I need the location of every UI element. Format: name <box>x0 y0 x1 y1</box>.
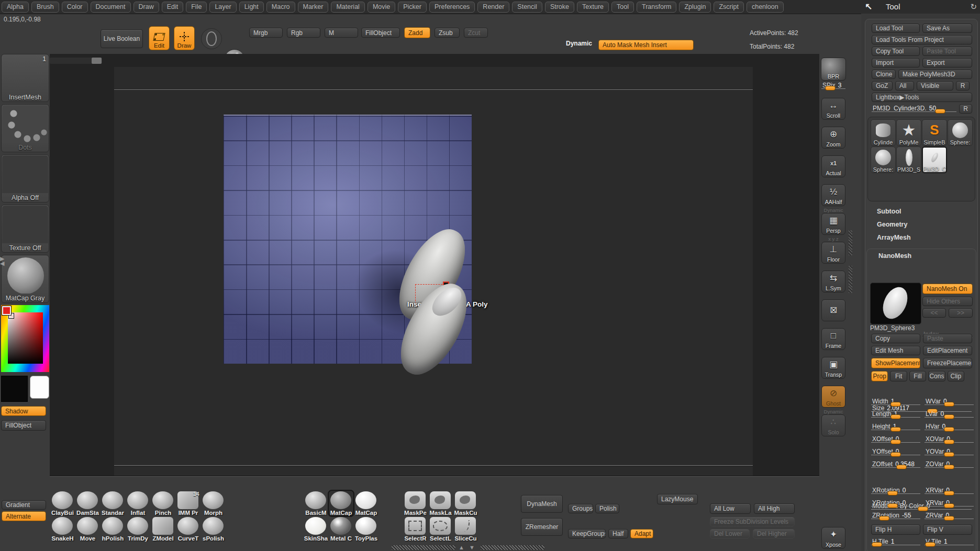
rotation-slider[interactable]: XRotation0 <box>871 487 920 496</box>
menu-item[interactable]: Brush <box>31 2 59 13</box>
nanomesh-slider[interactable]: YOVar0 <box>925 448 974 457</box>
prev-nano-button[interactable]: << <box>922 308 946 318</box>
load-tool-button[interactable]: Load Tool <box>872 24 920 33</box>
mask-brush-thumbnail[interactable]: SelectR <box>403 516 428 542</box>
shelf-tile[interactable]: ⊠ <box>821 299 845 321</box>
menu-item[interactable]: Render <box>477 2 509 13</box>
menu-item[interactable]: chenloon <box>747 2 784 13</box>
material-thumbnail[interactable]: BasicM <box>304 491 328 516</box>
tray-slot[interactable]: Texture Off <box>1 205 49 253</box>
color-picker[interactable] <box>1 305 49 372</box>
adapt-button[interactable]: Adapt <box>630 529 653 538</box>
rotation-slider[interactable]: YRotation0 <box>871 499 920 508</box>
tray-slot[interactable]: 1 InsertMesh <box>1 54 49 102</box>
mask-brush-thumbnail[interactable]: MaskCu <box>453 491 478 516</box>
mask-brush-thumbnail[interactable]: MaskLa <box>428 491 453 516</box>
bpr-button[interactable]: BPR <box>821 58 846 81</box>
all-low-button[interactable]: All Low <box>710 503 751 514</box>
material-thumbnail[interactable]: SkinSha <box>304 516 328 542</box>
show-placement-button[interactable]: ShowPlacement <box>871 358 920 368</box>
tray-slot[interactable]: Dots <box>1 104 49 152</box>
shelf-tile[interactable]: ⇆ L.Sym <box>821 271 845 293</box>
shelf-collapse-arrow[interactable]: ▼ <box>469 544 475 550</box>
menu-item[interactable]: Material <box>331 2 364 13</box>
shelf-tile[interactable]: □ Frame <box>821 328 845 350</box>
tray-scrollbar[interactable] <box>50 58 102 64</box>
dynamesh-button[interactable]: DynaMesh <box>521 495 563 513</box>
brush-thumbnail[interactable]: SnakeH <box>50 516 75 542</box>
shelf-tile[interactable]: ▣ Transp <box>821 357 845 379</box>
material-thumbnail[interactable]: MatCap <box>354 491 378 516</box>
del-higher-button[interactable]: Del Higher <box>753 529 795 538</box>
rotation-slider[interactable]: YRVar0 <box>925 499 974 508</box>
mask-brush-thumbnail[interactable]: SelectL <box>428 516 453 542</box>
main-color-swatch[interactable] <box>1 376 28 402</box>
divider-close-arrow[interactable]: ◀ <box>0 260 4 267</box>
shelf-tile[interactable]: ⊥ Floor <box>821 242 845 264</box>
palette-section-header[interactable]: Geometry <box>865 221 977 228</box>
menu-item[interactable]: Tool <box>611 2 634 13</box>
nanomesh-slider[interactable]: Width1 <box>871 398 920 407</box>
menu-item[interactable]: Layer <box>209 2 236 13</box>
fillobject-button[interactable]: FillObject <box>361 28 400 38</box>
nanomesh-slider[interactable]: Height1 <box>871 423 920 432</box>
brush-thumbnail[interactable]: TrimDy <box>126 516 150 542</box>
dynamic-label[interactable]: Dynamic <box>566 40 592 47</box>
current-color-swatch[interactable] <box>2 306 11 315</box>
nanomesh-thumbnail[interactable] <box>870 283 921 324</box>
nanomesh-header[interactable]: NanoMesh <box>867 252 976 260</box>
menu-item[interactable]: Texture <box>577 2 609 13</box>
groups-button[interactable]: Groups <box>568 504 593 513</box>
tool-thumbnail[interactable]: Sphere: <box>948 119 973 146</box>
spix-slider[interactable]: SPix3 <box>821 82 845 91</box>
shelf-expand-arrow[interactable]: ▲ <box>459 544 464 550</box>
brush-thumbnail[interactable]: Inflat <box>126 491 150 516</box>
xpose-button[interactable]: ✦ Xpose <box>821 527 845 549</box>
menu-item[interactable]: File <box>186 2 207 13</box>
export-button[interactable]: Export <box>922 58 972 68</box>
import-button[interactable]: Import <box>872 58 920 68</box>
zremesher-button[interactable]: ZRemesher <box>521 518 563 536</box>
tool-thumbnail[interactable]: PM3D_C <box>922 147 947 173</box>
brush-thumbnail[interactable]: 14 IMM Pr <box>176 491 201 516</box>
menu-item[interactable]: Stencil <box>512 2 542 13</box>
r-button[interactable]: R <box>956 81 970 91</box>
menu-item[interactable]: Stroke <box>545 2 574 13</box>
menu-item[interactable]: Marker <box>298 2 329 13</box>
tool-thumbnail[interactable]: SimpleB <box>922 119 947 146</box>
tile-slider[interactable]: V Tile1 <box>925 538 974 547</box>
shelf-divider-strip[interactable] <box>392 545 455 550</box>
menu-item[interactable]: Draw <box>133 2 159 13</box>
goz-button[interactable]: GoZ <box>872 81 893 91</box>
menu-item[interactable]: Color <box>62 2 88 13</box>
nanomesh-slider[interactable]: Length1 <box>871 410 920 419</box>
rgb-button[interactable]: Rgb <box>287 28 320 38</box>
brush-thumbnail[interactable]: DamSta <box>75 491 100 516</box>
tool-thumbnail[interactable]: PolyMe <box>896 119 921 146</box>
m-button[interactable]: M <box>325 28 358 38</box>
del-lower-button[interactable]: Del Lower <box>710 529 750 538</box>
material-thumbnail[interactable]: MatCap <box>329 491 353 516</box>
flip-h-button[interactable]: Flip H <box>871 524 920 535</box>
brush-thumbnail[interactable]: sPolish <box>201 516 226 542</box>
half-button[interactable]: Half <box>608 529 628 538</box>
tray-scrollbar-handle[interactable] <box>92 58 102 64</box>
panel-divider-strip[interactable] <box>849 266 852 293</box>
nanomesh-slider[interactable]: ZOVar0 <box>925 460 974 469</box>
alpha-picker-icon[interactable] <box>201 28 222 49</box>
brush-thumbnail[interactable]: ZModel <box>151 516 175 542</box>
menu-item[interactable]: Picker <box>398 2 427 13</box>
shelf-tile[interactable]: ↔ Scroll <box>821 98 845 120</box>
refresh-icon[interactable]: ↻ <box>970 2 977 12</box>
shelf-tile[interactable]: ⊘ Ghost <box>821 386 845 408</box>
shelf-tile[interactable]: ⊕ Zoom <box>821 127 845 149</box>
menu-item[interactable]: Transform <box>637 2 677 13</box>
zsub-button[interactable]: Zsub <box>435 28 460 38</box>
placement-mode-button[interactable]: Clip <box>948 371 964 381</box>
flip-v-button[interactable]: Flip V <box>923 524 972 535</box>
copy-tool-button[interactable]: Copy Tool <box>872 47 920 56</box>
palette-section-header[interactable]: Subtool <box>865 208 977 215</box>
shelf-tile[interactable]: x1 Actual <box>821 155 845 177</box>
mask-brush-thumbnail[interactable]: SliceCu <box>453 516 478 542</box>
load-tools-from-project-button[interactable]: Load Tools From Project <box>872 35 972 44</box>
